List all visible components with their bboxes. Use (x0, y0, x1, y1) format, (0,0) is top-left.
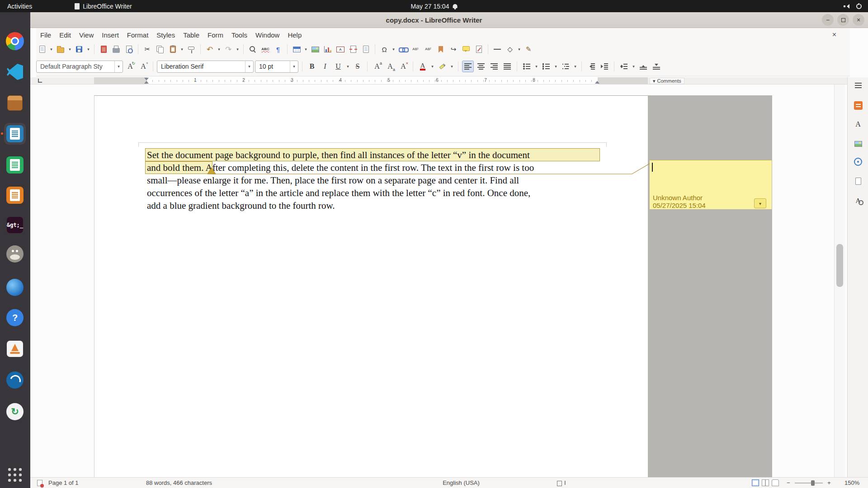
menu-window[interactable]: Window (251, 29, 283, 41)
hyperlink-button[interactable] (397, 43, 409, 55)
bold-button[interactable]: B (306, 61, 318, 72)
freeform-line-button[interactable]: ✎ (523, 43, 534, 55)
insert-comment-button[interactable] (460, 43, 472, 55)
document-text-line[interactable]: occurrences of the letter “a” in the art… (147, 187, 606, 199)
menu-table[interactable]: Table (179, 29, 203, 41)
zoom-slider-handle[interactable] (811, 480, 815, 486)
paste-dropdown[interactable]: ▾ (179, 43, 184, 55)
paragraph-style-dropdown[interactable]: ▾ (114, 61, 123, 72)
copy-button[interactable] (154, 43, 166, 55)
align-right-button[interactable] (488, 61, 500, 72)
left-indent-marker[interactable] (144, 81, 149, 84)
line-spacing-button[interactable] (618, 61, 630, 72)
font-color-dropdown[interactable]: ▾ (430, 61, 435, 72)
insert-textbox-button[interactable]: A (335, 43, 346, 55)
font-size-dropdown[interactable]: ▾ (290, 61, 298, 72)
dock-item-terminal[interactable]: &gt;_ (4, 214, 26, 236)
special-character-button[interactable]: Ω (378, 43, 390, 55)
first-line-indent-marker[interactable] (144, 78, 149, 80)
style-inspector-deck-button[interactable]: A (851, 194, 865, 207)
clone-formatting-button[interactable] (185, 43, 197, 55)
undo-button[interactable]: ↶ (204, 43, 216, 55)
basic-shapes-button[interactable]: ◇ (504, 43, 516, 55)
new-document-button[interactable] (36, 43, 48, 55)
gallery-deck-button[interactable] (851, 137, 865, 150)
subscript-button[interactable]: Aa (384, 61, 396, 72)
bullet-list-dropdown[interactable]: ▾ (534, 61, 539, 72)
font-color-button[interactable]: A (417, 61, 429, 72)
language-status[interactable]: English (USA) (407, 478, 515, 488)
formatting-marks-button[interactable]: ¶ (272, 43, 284, 55)
navigator-deck-button[interactable] (851, 155, 865, 169)
book-view-button[interactable] (772, 479, 779, 486)
page-deck-button[interactable] (851, 174, 865, 188)
align-justify-button[interactable] (501, 61, 513, 72)
dock-item-impress[interactable] (4, 184, 26, 206)
dock-item-boxes[interactable] (4, 92, 26, 114)
system-tray[interactable] (844, 4, 862, 9)
paragraph-style-combo[interactable]: Default Paragraph Sty ▾ (36, 61, 123, 73)
superscript-button[interactable]: Aa (371, 61, 383, 72)
zoom-in-button[interactable]: + (827, 478, 831, 488)
multi-page-view-button[interactable] (762, 479, 769, 486)
document-modified-icon[interactable] (37, 480, 42, 486)
menu-format[interactable]: Format (123, 29, 153, 41)
font-size-combo[interactable]: 10 pt ▾ (255, 61, 298, 73)
cut-button[interactable]: ✂ (142, 43, 153, 55)
zoom-slider-track[interactable] (795, 483, 823, 483)
insert-footnote-button[interactable]: AB¹ (410, 43, 421, 55)
paste-button[interactable] (167, 43, 179, 55)
maximize-button[interactable] (837, 14, 849, 26)
dock-item-firefox[interactable] (4, 277, 26, 298)
clock-menu[interactable]: May 27 15:04 (411, 3, 458, 10)
outline-list-dropdown[interactable]: ▾ (573, 61, 578, 72)
sidebar-settings-button[interactable] (851, 79, 865, 92)
page-break-button[interactable] (347, 43, 359, 55)
window-title-bar[interactable]: copy.docx - LibreOffice Writer − × (0, 12, 868, 28)
numbered-list-dropdown[interactable]: ▾ (553, 61, 558, 72)
document-text-line[interactable]: small—please enlarge it for me. Then, pl… (147, 174, 606, 187)
menu-edit[interactable]: Edit (55, 29, 75, 41)
menu-help[interactable]: Help (283, 29, 306, 41)
outline-list-button[interactable] (560, 61, 571, 72)
dock-item-vlc[interactable] (4, 338, 26, 360)
menu-view[interactable]: View (75, 29, 98, 41)
clear-formatting-button[interactable]: A× (397, 61, 409, 72)
document-text-line[interactable]: and bold them. After completing this, de… (147, 161, 606, 174)
new-style-button[interactable]: A+ (137, 61, 149, 72)
numbered-list-button[interactable] (540, 61, 552, 72)
show-applications-button[interactable] (4, 464, 26, 486)
right-indent-marker[interactable] (595, 81, 599, 84)
menu-insert[interactable]: Insert (98, 29, 123, 41)
vertical-scrollbar-thumb[interactable] (836, 244, 843, 287)
insert-table-button[interactable] (291, 43, 302, 55)
comment-box[interactable]: Unknown Author 05/27/2025 15:04 ▾ (650, 160, 772, 209)
highlight-color-button[interactable] (436, 61, 448, 72)
zoom-level-status[interactable]: 150% (844, 478, 859, 488)
properties-deck-button[interactable] (851, 99, 865, 112)
document-text[interactable]: After completing this, delete the conten… (203, 162, 534, 173)
insert-bookmark-button[interactable] (435, 43, 447, 55)
comment-menu-button[interactable]: ▾ (754, 198, 766, 208)
underline-button[interactable]: U (332, 61, 344, 72)
dock-item-calc[interactable] (4, 154, 26, 176)
vertical-scrollbar[interactable] (834, 84, 845, 477)
minimize-button[interactable]: − (822, 14, 834, 26)
font-name-combo[interactable]: Liberation Serif ▾ (157, 61, 254, 73)
open-button[interactable] (55, 43, 66, 55)
undo-dropdown[interactable]: ▾ (217, 43, 222, 55)
redo-dropdown[interactable]: ▾ (235, 43, 240, 55)
close-button[interactable]: × (853, 14, 864, 26)
italic-button[interactable]: I (319, 61, 331, 72)
save-button[interactable] (73, 43, 85, 55)
find-replace-button[interactable] (247, 43, 259, 55)
dock-item-software-updater[interactable]: ↻ (4, 401, 26, 422)
insert-chart-button[interactable] (322, 43, 334, 55)
special-character-dropdown[interactable]: ▾ (391, 43, 396, 55)
save-dropdown[interactable]: ▾ (86, 43, 91, 55)
word-count-status[interactable]: 88 words, 466 characters (146, 478, 212, 488)
decrease-indent-button[interactable] (585, 61, 597, 72)
styles-deck-button[interactable]: A (851, 117, 865, 131)
document-text-line[interactable]: add a blue gradient background to the fo… (147, 199, 606, 212)
basic-shapes-dropdown[interactable]: ▾ (517, 43, 522, 55)
